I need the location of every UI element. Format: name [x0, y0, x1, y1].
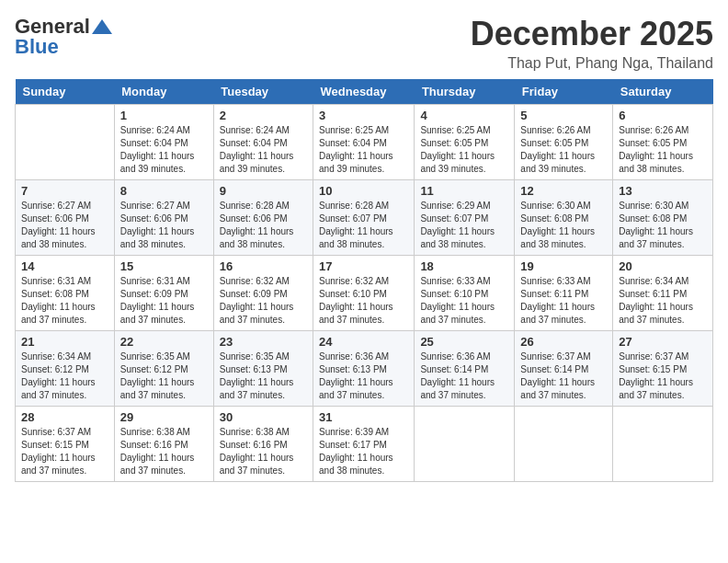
day-detail: Sunrise: 6:29 AM Sunset: 6:07 PM Dayligh…: [420, 200, 508, 251]
calendar-cell: 29Sunrise: 6:38 AM Sunset: 6:16 PM Dayli…: [114, 407, 213, 482]
day-number: 24: [319, 335, 408, 349]
day-number: 20: [619, 259, 707, 273]
calendar-cell: 2Sunrise: 6:24 AM Sunset: 6:04 PM Daylig…: [213, 105, 313, 180]
day-number: 31: [319, 410, 408, 424]
calendar-cell: [415, 407, 515, 482]
day-detail: Sunrise: 6:27 AM Sunset: 6:06 PM Dayligh…: [120, 200, 208, 251]
day-detail: Sunrise: 6:36 AM Sunset: 6:14 PM Dayligh…: [420, 350, 508, 402]
day-number: 14: [21, 259, 108, 273]
calendar-cell: 21Sunrise: 6:34 AM Sunset: 6:12 PM Dayli…: [16, 331, 115, 407]
logo: General Blue: [15, 15, 112, 59]
calendar-cell: 17Sunrise: 6:32 AM Sunset: 6:10 PM Dayli…: [313, 256, 415, 331]
day-number: 18: [420, 259, 508, 273]
day-number: 11: [420, 184, 508, 198]
day-detail: Sunrise: 6:35 AM Sunset: 6:13 PM Dayligh…: [220, 350, 307, 402]
day-detail: Sunrise: 6:30 AM Sunset: 6:08 PM Dayligh…: [619, 200, 707, 251]
day-detail: Sunrise: 6:37 AM Sunset: 6:15 PM Dayligh…: [21, 426, 108, 477]
day-number: 3: [319, 109, 408, 122]
calendar-cell: 10Sunrise: 6:28 AM Sunset: 6:07 PM Dayli…: [313, 180, 415, 256]
calendar-cell: 23Sunrise: 6:35 AM Sunset: 6:13 PM Dayli…: [213, 331, 313, 407]
header: General Blue December 2025 Thap Put, Pha…: [15, 15, 713, 72]
calendar-cell: 28Sunrise: 6:37 AM Sunset: 6:15 PM Dayli…: [16, 407, 115, 482]
day-number: 1: [120, 109, 208, 122]
calendar-cell: [515, 407, 613, 482]
calendar-cell: 31Sunrise: 6:39 AM Sunset: 6:17 PM Dayli…: [313, 407, 415, 482]
day-detail: Sunrise: 6:32 AM Sunset: 6:09 PM Dayligh…: [220, 275, 307, 327]
calendar-cell: 9Sunrise: 6:28 AM Sunset: 6:06 PM Daylig…: [213, 180, 313, 256]
calendar-cell: 22Sunrise: 6:35 AM Sunset: 6:12 PM Dayli…: [114, 331, 213, 407]
calendar-week-row: 21Sunrise: 6:34 AM Sunset: 6:12 PM Dayli…: [16, 331, 713, 407]
calendar-cell: 5Sunrise: 6:26 AM Sunset: 6:05 PM Daylig…: [515, 105, 613, 180]
calendar-cell: 13Sunrise: 6:30 AM Sunset: 6:08 PM Dayli…: [613, 180, 713, 256]
day-detail: Sunrise: 6:28 AM Sunset: 6:07 PM Dayligh…: [319, 200, 408, 251]
calendar-body: 1Sunrise: 6:24 AM Sunset: 6:04 PM Daylig…: [16, 105, 713, 482]
weekday-header-cell: Saturday: [613, 79, 713, 105]
day-detail: Sunrise: 6:28 AM Sunset: 6:06 PM Dayligh…: [220, 200, 307, 251]
day-number: 21: [21, 335, 108, 349]
day-number: 12: [520, 184, 607, 198]
day-detail: Sunrise: 6:31 AM Sunset: 6:08 PM Dayligh…: [21, 275, 108, 327]
day-number: 2: [220, 109, 307, 122]
day-number: 29: [120, 410, 208, 424]
day-detail: Sunrise: 6:35 AM Sunset: 6:12 PM Dayligh…: [120, 350, 208, 402]
day-detail: Sunrise: 6:37 AM Sunset: 6:14 PM Dayligh…: [520, 350, 607, 402]
day-detail: Sunrise: 6:33 AM Sunset: 6:11 PM Dayligh…: [520, 275, 607, 327]
calendar-cell: 24Sunrise: 6:36 AM Sunset: 6:13 PM Dayli…: [313, 331, 415, 407]
calendar-cell: 14Sunrise: 6:31 AM Sunset: 6:08 PM Dayli…: [16, 256, 115, 331]
svg-marker-0: [92, 19, 112, 34]
calendar-week-row: 1Sunrise: 6:24 AM Sunset: 6:04 PM Daylig…: [16, 105, 713, 180]
calendar-cell: 27Sunrise: 6:37 AM Sunset: 6:15 PM Dayli…: [613, 331, 713, 407]
calendar-cell: 25Sunrise: 6:36 AM Sunset: 6:14 PM Dayli…: [415, 331, 515, 407]
day-number: 28: [21, 410, 108, 424]
calendar: SundayMondayTuesdayWednesdayThursdayFrid…: [15, 79, 713, 482]
day-detail: Sunrise: 6:38 AM Sunset: 6:16 PM Dayligh…: [220, 426, 307, 477]
calendar-cell: 4Sunrise: 6:25 AM Sunset: 6:05 PM Daylig…: [415, 105, 515, 180]
day-number: 6: [619, 109, 707, 122]
day-number: 30: [220, 410, 307, 424]
day-detail: Sunrise: 6:25 AM Sunset: 6:04 PM Dayligh…: [319, 124, 408, 176]
calendar-week-row: 14Sunrise: 6:31 AM Sunset: 6:08 PM Dayli…: [16, 256, 713, 331]
day-number: 22: [120, 335, 208, 349]
month-title: December 2025: [471, 15, 713, 53]
calendar-cell: 6Sunrise: 6:26 AM Sunset: 6:05 PM Daylig…: [613, 105, 713, 180]
day-number: 25: [420, 335, 508, 349]
weekday-header-cell: Tuesday: [213, 79, 313, 105]
day-detail: Sunrise: 6:24 AM Sunset: 6:04 PM Dayligh…: [120, 124, 208, 176]
title-area: December 2025 Thap Put, Phang Nga, Thail…: [471, 15, 713, 72]
day-number: 8: [120, 184, 208, 198]
weekday-header-cell: Wednesday: [313, 79, 415, 105]
day-number: 4: [420, 109, 508, 122]
weekday-header-cell: Monday: [114, 79, 213, 105]
calendar-cell: 15Sunrise: 6:31 AM Sunset: 6:09 PM Dayli…: [114, 256, 213, 331]
day-number: 9: [220, 184, 307, 198]
day-number: 19: [520, 259, 607, 273]
weekday-header-cell: Friday: [515, 79, 613, 105]
day-detail: Sunrise: 6:31 AM Sunset: 6:09 PM Dayligh…: [120, 275, 208, 327]
calendar-cell: 12Sunrise: 6:30 AM Sunset: 6:08 PM Dayli…: [515, 180, 613, 256]
day-number: 17: [319, 259, 408, 273]
calendar-cell: 1Sunrise: 6:24 AM Sunset: 6:04 PM Daylig…: [114, 105, 213, 180]
day-detail: Sunrise: 6:34 AM Sunset: 6:11 PM Dayligh…: [619, 275, 707, 327]
day-number: 7: [21, 184, 108, 198]
day-detail: Sunrise: 6:33 AM Sunset: 6:10 PM Dayligh…: [420, 275, 508, 327]
calendar-cell: [16, 105, 115, 180]
day-detail: Sunrise: 6:25 AM Sunset: 6:05 PM Dayligh…: [420, 124, 508, 176]
day-detail: Sunrise: 6:32 AM Sunset: 6:10 PM Dayligh…: [319, 275, 408, 327]
day-number: 26: [520, 335, 607, 349]
logo-icon: [92, 19, 112, 34]
day-number: 5: [520, 109, 607, 122]
day-detail: Sunrise: 6:24 AM Sunset: 6:04 PM Dayligh…: [220, 124, 307, 176]
day-detail: Sunrise: 6:30 AM Sunset: 6:08 PM Dayligh…: [520, 200, 607, 251]
day-detail: Sunrise: 6:26 AM Sunset: 6:05 PM Dayligh…: [520, 124, 607, 176]
calendar-week-row: 7Sunrise: 6:27 AM Sunset: 6:06 PM Daylig…: [16, 180, 713, 256]
day-detail: Sunrise: 6:26 AM Sunset: 6:05 PM Dayligh…: [619, 124, 707, 176]
logo-blue: Blue: [15, 35, 59, 59]
day-detail: Sunrise: 6:38 AM Sunset: 6:16 PM Dayligh…: [120, 426, 208, 477]
calendar-cell: 26Sunrise: 6:37 AM Sunset: 6:14 PM Dayli…: [515, 331, 613, 407]
calendar-cell: 7Sunrise: 6:27 AM Sunset: 6:06 PM Daylig…: [16, 180, 115, 256]
day-number: 16: [220, 259, 307, 273]
calendar-cell: 18Sunrise: 6:33 AM Sunset: 6:10 PM Dayli…: [415, 256, 515, 331]
calendar-cell: 8Sunrise: 6:27 AM Sunset: 6:06 PM Daylig…: [114, 180, 213, 256]
calendar-cell: 3Sunrise: 6:25 AM Sunset: 6:04 PM Daylig…: [313, 105, 415, 180]
day-detail: Sunrise: 6:27 AM Sunset: 6:06 PM Dayligh…: [21, 200, 108, 251]
